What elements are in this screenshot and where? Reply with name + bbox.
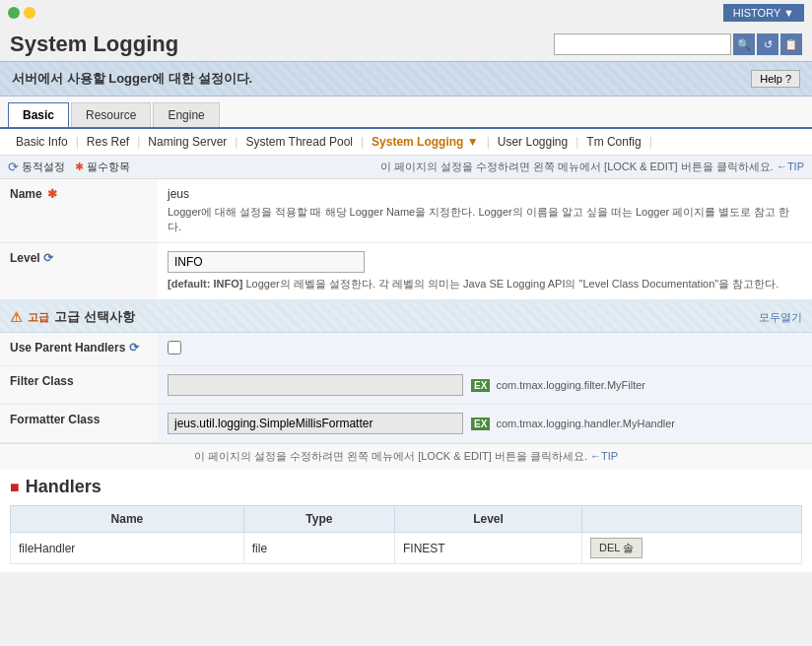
- search-button[interactable]: 🔍: [733, 33, 755, 55]
- advanced-form-table: Use Parent Handlers ⟳ Filter Class EX co…: [0, 333, 812, 443]
- col-name: Name: [11, 506, 244, 533]
- tab-basic[interactable]: Basic: [8, 102, 69, 127]
- top-bar: HISTORY ▼: [0, 0, 812, 26]
- col-actions: [581, 506, 801, 533]
- filter-class-cell: EX com.tmax.logging.filter.MyFilter: [158, 366, 812, 405]
- tab-resource[interactable]: Resource: [71, 102, 151, 127]
- use-parent-handlers-cell: [158, 333, 812, 366]
- sub-nav-user-logging[interactable]: User Logging: [490, 135, 575, 149]
- traffic-lights: [8, 7, 35, 19]
- formatter-class-label: Formatter Class: [0, 405, 158, 443]
- handlers-table: Name Type Level fileHandler file FINEST …: [10, 505, 802, 564]
- sub-nav-tm-config[interactable]: Tm Config: [578, 135, 648, 149]
- search-bar: 🔍 ↺ 📋: [554, 33, 802, 55]
- filter-class-row: Filter Class EX com.tmax.logging.filter.…: [0, 366, 812, 405]
- sub-nav: Basic Info | Res Ref | Naming Server | S…: [0, 129, 812, 156]
- refresh-button[interactable]: ↺: [757, 33, 778, 55]
- delete-button[interactable]: DEL 솔: [590, 538, 643, 558]
- toolbar-tip: 이 페이지의 설정을 수정하려면 왼쪽 메뉴에서 [LOCK & EDIT] 버…: [380, 160, 804, 174]
- level-select[interactable]: INFO WARNING SEVERE FINE FINER FINEST CO…: [168, 251, 365, 273]
- formatter-class-input[interactable]: [168, 413, 463, 434]
- level-row: Level ⟳ INFO WARNING SEVERE FINE FINER F…: [0, 243, 812, 300]
- handlers-icon: ■: [10, 479, 20, 496]
- level-label: Level ⟳: [0, 243, 158, 300]
- sub-nav-system-logging[interactable]: System Logging ▼: [364, 135, 487, 149]
- handler-type: file: [243, 533, 394, 564]
- name-row: Name ✱ jeus Logger에 대해 설정을 적용할 때 해당 Logg…: [0, 179, 812, 243]
- required-label: ✱ 필수항목: [75, 160, 130, 174]
- required-star: ✱: [47, 187, 57, 201]
- use-parent-handlers-label: Use Parent Handlers ⟳: [0, 333, 158, 366]
- dynamic-setting: ⟳ 동적설정: [8, 160, 65, 174]
- formatter-class-cell: EX com.tmax.logging.handler.MyHandler: [158, 405, 812, 443]
- warning-icon: ⚠: [10, 309, 23, 325]
- use-parent-handlers-checkbox[interactable]: [168, 341, 181, 355]
- sub-nav-res-ref[interactable]: Res Ref: [79, 135, 137, 149]
- yellow-light: [24, 7, 35, 19]
- name-value: jeus: [168, 187, 802, 201]
- formatter-class-row: Formatter Class EX com.tmax.logging.hand…: [0, 405, 812, 443]
- advanced-title: ⚠ 고급 고급 선택사항: [10, 308, 135, 326]
- sync-icon: ⟳: [8, 160, 19, 174]
- use-parent-refresh-icon[interactable]: ⟳: [129, 341, 139, 355]
- level-refresh-icon[interactable]: ⟳: [43, 251, 53, 265]
- table-row: fileHandler file FINEST DEL 솔: [11, 533, 802, 564]
- name-label: Name ✱: [0, 179, 158, 243]
- expand-all-button[interactable]: 모두열기: [759, 310, 802, 325]
- help-button[interactable]: Help ?: [751, 70, 800, 88]
- advanced-section: ⚠ 고급 고급 선택사항 모두열기 Use Parent Handlers ⟳ …: [0, 300, 812, 443]
- handlers-section: ■ Handlers Name Type Level fileHandler f…: [0, 469, 812, 572]
- level-value-cell: INFO WARNING SEVERE FINE FINER FINEST CO…: [158, 243, 812, 300]
- filter-class-example: EX com.tmax.logging.filter.MyFilter: [471, 379, 645, 391]
- filter-class-label: Filter Class: [0, 366, 158, 405]
- form-table: Name ✱ jeus Logger에 대해 설정을 적용할 때 해당 Logg…: [0, 179, 812, 300]
- handler-level: FINEST: [394, 533, 581, 564]
- green-light: [8, 7, 20, 19]
- name-value-cell: jeus Logger에 대해 설정을 적용할 때 해당 Logger Name…: [158, 179, 812, 243]
- sub-nav-basic-info[interactable]: Basic Info: [8, 135, 76, 149]
- bottom-tip: 이 페이지의 설정을 수정하려면 왼쪽 메뉴에서 [LOCK & EDIT] 버…: [0, 443, 812, 469]
- help-banner-text: 서버에서 사용할 Logger에 대한 설정이다.: [12, 70, 252, 88]
- sub-nav-naming-server[interactable]: Naming Server: [140, 135, 235, 149]
- help-banner: 서버에서 사용할 Logger에 대한 설정이다. Help ?: [0, 61, 812, 97]
- handler-name: fileHandler: [11, 533, 244, 564]
- page-title: System Logging: [10, 32, 178, 57]
- level-desc: [default: INFO] Logger의 레벨을 설정한다. 각 레벨의 …: [168, 277, 802, 291]
- name-desc: Logger에 대해 설정을 적용할 때 해당 Logger Name을 지정한…: [168, 205, 802, 234]
- advanced-header: ⚠ 고급 고급 선택사항 모두열기: [0, 302, 812, 333]
- sub-nav-system-thread-pool[interactable]: System Thread Pool: [237, 135, 361, 149]
- handlers-table-header: Name Type Level: [11, 506, 802, 533]
- section-toolbar: ⟳ 동적설정 ✱ 필수항목 이 페이지의 설정을 수정하려면 왼쪽 메뉴에서 […: [0, 156, 812, 179]
- handlers-title: ■ Handlers: [10, 477, 802, 497]
- export-button[interactable]: 📋: [780, 33, 802, 55]
- handler-del-cell: DEL 솔: [581, 533, 801, 564]
- tabs-bar: Basic Resource Engine: [0, 97, 812, 129]
- search-input[interactable]: [554, 33, 731, 55]
- page-header: System Logging 🔍 ↺ 📋: [0, 26, 812, 61]
- history-button[interactable]: HISTORY ▼: [723, 4, 804, 22]
- formatter-class-example: EX com.tmax.logging.handler.MyHandler: [471, 418, 675, 429]
- main-content: Basic Resource Engine Basic Info | Res R…: [0, 97, 812, 572]
- col-type: Type: [243, 506, 394, 533]
- col-level: Level: [394, 506, 581, 533]
- tab-engine[interactable]: Engine: [153, 102, 219, 127]
- filter-class-input[interactable]: [168, 374, 463, 396]
- level-select-wrapper: INFO WARNING SEVERE FINE FINER FINEST CO…: [168, 251, 365, 273]
- use-parent-handlers-row: Use Parent Handlers ⟳: [0, 333, 812, 366]
